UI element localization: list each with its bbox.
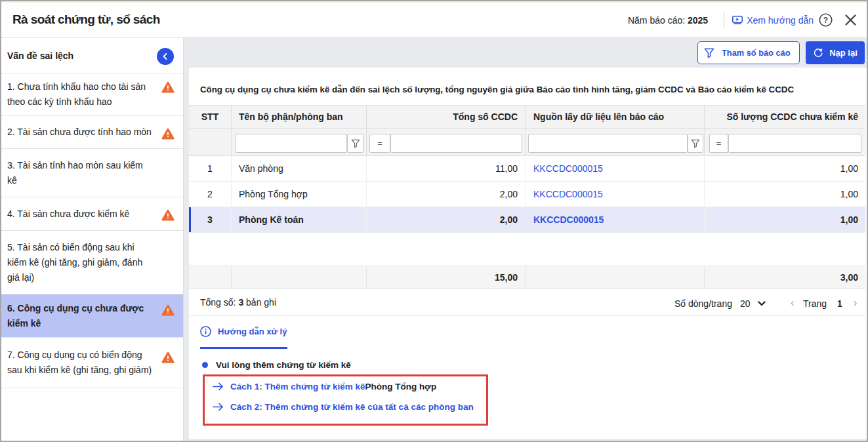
svg-text:?: ? xyxy=(823,16,828,25)
